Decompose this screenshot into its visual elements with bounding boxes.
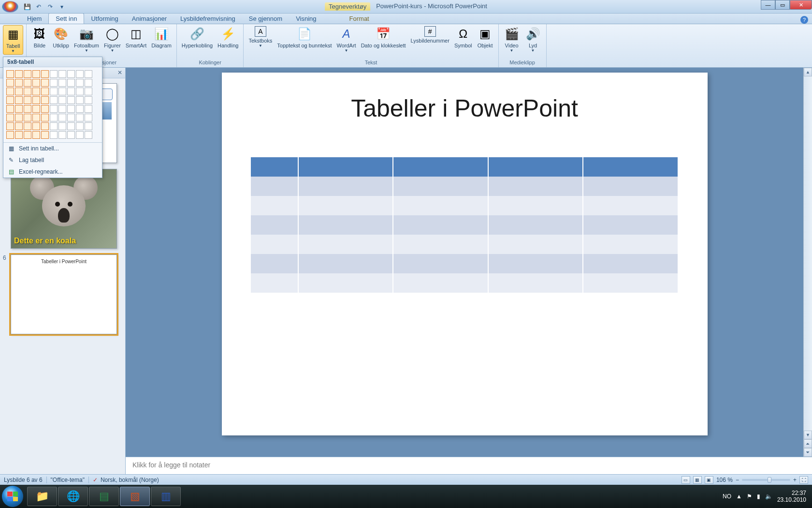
table-grid-cell[interactable] [41, 122, 49, 130]
zoom-slider[interactable] [742, 479, 790, 481]
slide-title[interactable]: Tabeller i PowerPoint [222, 94, 708, 122]
tab-lysbildefremvisning[interactable]: Lysbildefremvisning [174, 14, 242, 24]
table-cell[interactable] [393, 273, 488, 293]
table-grid-cell[interactable] [15, 122, 23, 130]
table-grid-cell[interactable] [32, 105, 40, 113]
table-grid-cell[interactable] [24, 96, 31, 104]
ribbon-tabell-button[interactable]: ▦ Tabell ▼ [3, 25, 23, 55]
slide-canvas-area[interactable]: Tabeller i PowerPoint [126, 68, 803, 457]
table-grid-cell[interactable] [76, 88, 84, 95]
table-grid-cell[interactable] [85, 105, 92, 113]
table-grid-cell[interactable] [50, 122, 58, 130]
table-grid-cell[interactable] [41, 79, 49, 87]
table-grid-cell[interactable] [67, 114, 75, 121]
ribbon-video-button[interactable]: 🎬Video▼ [502, 25, 522, 54]
tab-animasjoner[interactable]: Animasjoner [125, 14, 174, 24]
ribbon-symbol-button[interactable]: ΩSymbol [452, 25, 474, 49]
table-cell[interactable] [251, 273, 298, 293]
draw-table-menu-item[interactable]: ✎Lag tabell [3, 154, 102, 166]
table-grid-cell[interactable] [24, 70, 31, 78]
table-grid-cell[interactable] [15, 96, 23, 104]
save-icon[interactable]: 💾 [22, 2, 32, 12]
table-grid-cell[interactable] [67, 105, 75, 113]
ribbon-topptekst-button[interactable]: 📄Topptekst og bunntekst [275, 25, 334, 49]
table-grid-cell[interactable] [6, 131, 14, 139]
table-cell[interactable] [251, 177, 298, 196]
ribbon-lyd-button[interactable]: 🔊Lyd▼ [523, 25, 543, 54]
table-grid-cell[interactable] [58, 122, 66, 130]
ribbon-tekstboks-button[interactable]: ATekstboks▼ [246, 25, 274, 49]
table-grid-cell[interactable] [32, 88, 40, 95]
table-cell[interactable] [251, 254, 298, 273]
table-cell[interactable] [298, 196, 393, 215]
table-grid-cell[interactable] [15, 70, 23, 78]
table-grid-cell[interactable] [50, 88, 58, 95]
table-grid-cell[interactable] [24, 114, 31, 121]
tray-network-icon[interactable]: ▮ [757, 493, 760, 500]
table-grid-cell[interactable] [85, 88, 92, 95]
table-grid-cell[interactable] [76, 114, 84, 121]
table-grid-cell[interactable] [58, 114, 66, 121]
table-grid-cell[interactable] [32, 79, 40, 87]
table-grid-cell[interactable] [50, 79, 58, 87]
table-cell[interactable] [488, 177, 583, 196]
taskbar-powerpoint[interactable]: ▧ [120, 487, 150, 506]
table-grid-cell[interactable] [41, 131, 49, 139]
table-cell[interactable] [298, 157, 393, 177]
scroll-down-icon[interactable]: ▼ [804, 431, 812, 439]
table-cell[interactable] [298, 235, 393, 254]
table-cell[interactable] [298, 273, 393, 293]
table-grid-cell[interactable] [32, 131, 40, 139]
table-grid-cell[interactable] [24, 122, 31, 130]
table-grid-cell[interactable] [15, 114, 23, 121]
ribbon-handling-button[interactable]: ⚡Handling [216, 25, 240, 49]
scroll-up-icon[interactable]: ▲ [804, 68, 812, 76]
table-grid-cell[interactable] [41, 70, 49, 78]
qat-dropdown-icon[interactable]: ▾ [57, 2, 67, 12]
table-cell[interactable] [583, 177, 678, 196]
table-grid-cell[interactable] [76, 105, 84, 113]
slide-thumbnail-5[interactable]: 5 Dette er en koala [4, 169, 121, 249]
table-grid-cell[interactable] [58, 79, 66, 87]
table-cell[interactable] [488, 235, 583, 254]
ribbon-hyperkobling-button[interactable]: 🔗Hyperkobling [180, 25, 215, 49]
ribbon-objekt-button[interactable]: ▣Objekt [475, 25, 495, 49]
table-cell[interactable] [298, 254, 393, 273]
table-grid-cell[interactable] [32, 114, 40, 121]
start-button[interactable] [2, 486, 23, 507]
table-grid-cell[interactable] [67, 79, 75, 87]
zoom-level[interactable]: 106 % [716, 477, 733, 483]
table-grid-cell[interactable] [41, 96, 49, 104]
excel-spreadsheet-menu-item[interactable]: ▤Excel-regneark... [3, 166, 102, 178]
slideshow-view-button[interactable]: ▣ [705, 476, 713, 484]
slide-canvas[interactable]: Tabeller i PowerPoint [222, 73, 708, 435]
tray-lang[interactable]: NO [723, 493, 731, 500]
table-cell[interactable] [393, 177, 488, 196]
table-cell[interactable] [583, 215, 678, 235]
table-grid-cell[interactable] [50, 70, 58, 78]
undo-icon[interactable]: ↶ [34, 2, 44, 12]
table-grid-cell[interactable] [85, 114, 92, 121]
spellcheck-icon[interactable]: ✓ [93, 477, 98, 483]
tab-sett-inn[interactable]: Sett inn [48, 13, 84, 24]
table-grid-cell[interactable] [32, 96, 40, 104]
table-cell[interactable] [583, 235, 678, 254]
table-grid-cell[interactable] [67, 88, 75, 95]
tab-format[interactable]: Format [343, 14, 376, 24]
tray-volume-icon[interactable]: 🔈 [765, 493, 772, 500]
table-grid-cell[interactable] [15, 131, 23, 139]
help-icon[interactable]: ? [800, 16, 808, 24]
table-grid-cell[interactable] [85, 79, 92, 87]
taskbar-excel[interactable]: ▤ [89, 487, 119, 506]
table-grid-cell[interactable] [76, 79, 84, 87]
language-indicator[interactable]: Norsk, bokmål (Norge) [101, 477, 159, 483]
ribbon-utklipp-button[interactable]: 🎨Utklipp [51, 25, 71, 49]
table-grid-cell[interactable] [41, 105, 49, 113]
table-cell[interactable] [393, 235, 488, 254]
table-grid-cell[interactable] [76, 70, 84, 78]
table-cell[interactable] [298, 215, 393, 235]
table-grid-cell[interactable] [41, 114, 49, 121]
table-cell[interactable] [488, 157, 583, 177]
next-slide-icon[interactable]: ⏷ [804, 448, 812, 457]
table-grid-cell[interactable] [85, 96, 92, 104]
